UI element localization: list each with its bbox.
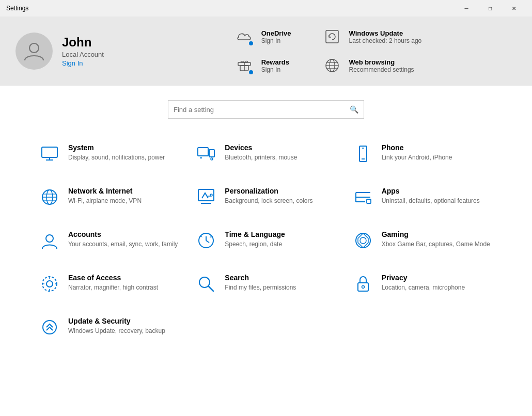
settings-item-desc: Your accounts, email, sync, work, family [68, 240, 178, 249]
settings-item-name: Search [225, 274, 296, 282]
settings-item-apps[interactable]: Apps Uninstall, defaults, optional featu… [345, 175, 501, 219]
onedrive-icon [234, 27, 254, 46]
windows-update-icon [322, 27, 342, 46]
onedrive-name: OneDrive [261, 29, 291, 37]
avatar [15, 33, 53, 70]
settings-item-desc: Find my files, permissions [225, 283, 296, 292]
settings-item-desc: Speech, region, date [225, 240, 285, 249]
profile-signin-link[interactable]: Sign In [62, 59, 104, 67]
svg-point-33 [46, 235, 53, 242]
network-icon [39, 187, 60, 207]
settings-item-gaming[interactable]: Gaming Xbox Game Bar, captures, Game Mod… [345, 219, 501, 262]
web-browsing-sub: Recommended settings [349, 66, 414, 73]
avatar-icon [23, 40, 45, 62]
svg-rect-45 [358, 283, 368, 291]
window-title: Settings [6, 5, 28, 12]
settings-item-personalization[interactable]: Personalization Background, lock screen,… [187, 175, 344, 219]
settings-item-privacy[interactable]: Privacy Location, camera, microphone [345, 262, 501, 306]
settings-item-phone[interactable]: Phone Link your Android, iPhone [345, 132, 501, 175]
svg-rect-4 [326, 30, 338, 43]
settings-item-desc: Location, camera, microphone [382, 283, 465, 292]
svg-rect-10 [42, 147, 57, 157]
svg-point-16 [211, 158, 213, 160]
settings-item-name: Gaming [382, 230, 490, 238]
header-services: OneDrive Sign In [139, 27, 517, 75]
settings-item-name: Accounts [68, 230, 178, 238]
settings-item-name: Update & Security [68, 317, 165, 325]
web-browsing-service[interactable]: Web browsing Recommended settings [322, 56, 422, 75]
settings-item-desc: Display, sound, notifications, power [68, 153, 165, 162]
header: John Local Account Sign In OneDrive [0, 17, 532, 86]
web-browsing-name: Web browsing [349, 58, 414, 66]
accounts-icon [39, 230, 60, 251]
phone-icon [353, 143, 373, 164]
maximize-button[interactable]: □ [478, 0, 502, 17]
settings-item-desc: Windows Update, recovery, backup [68, 327, 165, 335]
onedrive-dot [248, 40, 254, 46]
ease-icon [39, 274, 60, 294]
service-group-right: Windows Update Last checked: 2 hours ago [322, 27, 422, 75]
settings-item-desc: Narrator, magnifier, high contrast [68, 283, 158, 292]
settings-item-accounts[interactable]: Accounts Your accounts, email, sync, wor… [31, 219, 187, 262]
profile-account-type: Local Account [62, 51, 104, 58]
svg-point-42 [46, 281, 53, 287]
svg-rect-13 [198, 148, 208, 156]
onedrive-sub: Sign In [261, 37, 291, 44]
settings-item-name: Devices [225, 143, 297, 152]
settings-item-name: Privacy [382, 274, 465, 282]
settings-item-desc: Uninstall, defaults, optional features [382, 197, 480, 205]
devices-icon [196, 143, 216, 164]
onedrive-service[interactable]: OneDrive Sign In [234, 27, 291, 46]
windows-update-sub: Last checked: 2 hours ago [349, 37, 422, 44]
system-icon [39, 143, 60, 164]
svg-text:A: A [200, 234, 202, 238]
svg-rect-31 [367, 199, 371, 203]
settings-item-updatesecurity[interactable]: Update & Security Windows Update, recove… [31, 306, 187, 349]
settings-item-time[interactable]: A あ Time & Language Speech, region, date [187, 219, 344, 262]
web-browsing-icon [322, 56, 342, 75]
profile-name: John [62, 35, 104, 50]
svg-line-36 [206, 241, 209, 243]
search-input[interactable] [174, 106, 346, 114]
updatesecurity-icon [39, 317, 60, 338]
svg-text:あ: あ [210, 234, 213, 238]
profile-info: John Local Account Sign In [62, 35, 104, 67]
search-container: 🔍 [0, 86, 532, 127]
gaming-icon [353, 230, 373, 251]
settings-item-name: Time & Language [225, 230, 285, 238]
settings-item-name: Personalization [225, 187, 312, 195]
settings-content: System Display, sound, notifications, po… [0, 127, 532, 416]
search-icon: 🔍 [350, 105, 358, 114]
settings-item-search[interactable]: Search Find my files, permissions [187, 262, 344, 306]
settings-grid: System Display, sound, notifications, po… [31, 132, 501, 349]
personalization-icon [196, 187, 216, 207]
close-button[interactable]: ✕ [502, 0, 526, 17]
svg-point-43 [199, 277, 210, 287]
settings-item-network[interactable]: Network & Internet Wi-Fi, airplane mode,… [31, 175, 187, 219]
rewards-sub: Sign In [261, 66, 289, 73]
search-box: 🔍 [168, 100, 364, 119]
rewards-service[interactable]: Rewards Sign In [234, 56, 291, 75]
svg-rect-14 [209, 150, 214, 157]
settings-item-system[interactable]: System Display, sound, notifications, po… [31, 132, 187, 175]
settings-item-name: Phone [382, 143, 452, 152]
window-controls: ─ □ ✕ [455, 0, 526, 17]
settings-item-desc: Background, lock screen, colors [225, 197, 312, 205]
svg-point-41 [42, 277, 57, 291]
settings-item-name: Network & Internet [68, 187, 142, 195]
settings-item-desc: Xbox Game Bar, captures, Game Mode [382, 240, 490, 249]
settings-item-desc: Link your Android, iPhone [382, 153, 452, 162]
privacy-icon [353, 274, 373, 294]
rewards-icon [234, 56, 254, 75]
svg-point-27 [210, 194, 212, 196]
minimize-button[interactable]: ─ [455, 0, 478, 17]
svg-line-44 [209, 286, 213, 291]
settings-item-ease[interactable]: Ease of Access Narrator, magnifier, high… [31, 262, 187, 306]
svg-point-0 [29, 43, 39, 53]
settings-item-devices[interactable]: Devices Bluetooth, printers, mouse [187, 132, 344, 175]
windows-update-service[interactable]: Windows Update Last checked: 2 hours ago [322, 27, 422, 46]
settings-item-name: Ease of Access [68, 274, 158, 282]
main-window: John Local Account Sign In OneDrive [0, 17, 532, 416]
settings-item-name: Apps [382, 187, 480, 195]
settings-item-desc: Wi-Fi, airplane mode, VPN [68, 197, 142, 205]
